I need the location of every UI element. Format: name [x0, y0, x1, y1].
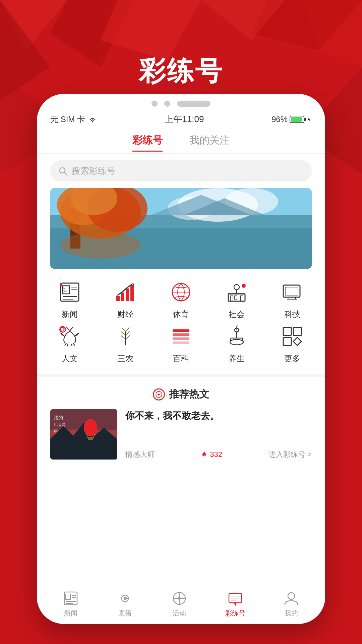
more-label: 更多 [284, 353, 300, 364]
baike-label: 百科 [173, 353, 189, 364]
tech-icon [279, 279, 306, 306]
wifi-icon [88, 116, 97, 123]
svg-rect-36 [116, 296, 120, 301]
category-society[interactable]: 社会 [210, 279, 263, 320]
baike-icon [168, 323, 194, 350]
article-meta: 情感大师 332 进入彩练号 > [125, 449, 312, 460]
tech-label: 科技 [284, 309, 300, 320]
svg-text:EWS: EWS [62, 290, 67, 292]
svg-rect-91 [66, 594, 70, 599]
recommend-icon [153, 388, 165, 400]
svg-rect-29 [60, 284, 62, 286]
status-right: 96% [272, 115, 312, 124]
svg-rect-82 [50, 439, 117, 460]
category-baike[interactable]: 百科 [155, 323, 207, 364]
battery-icon [290, 116, 304, 123]
finance-icon [112, 279, 139, 306]
nav-news-label: 新闻 [64, 609, 77, 618]
svg-rect-45 [234, 296, 237, 299]
category-more[interactable]: 更多 [266, 323, 318, 364]
search-bar[interactable]: 搜索彩练号 [50, 160, 312, 181]
category-sports[interactable]: 体育 [155, 279, 207, 320]
svg-point-10 [92, 121, 93, 122]
nav-mine-label: 我的 [285, 609, 298, 618]
nav-live[interactable]: 直播 [117, 590, 133, 618]
culture-icon: 彩 [56, 323, 83, 350]
recommend-header: 推荐热文 [50, 387, 312, 401]
svg-rect-70 [293, 327, 301, 335]
svg-line-57 [71, 344, 72, 346]
recommend-section: 推荐热文 [37, 377, 325, 470]
svg-line-56 [67, 344, 68, 346]
culture-label: 人文 [62, 353, 78, 364]
nav-activity[interactable]: 活动 [171, 590, 188, 618]
svg-line-12 [64, 172, 67, 175]
svg-rect-62 [173, 329, 189, 332]
mine-nav-icon [283, 590, 300, 607]
svg-point-26 [60, 232, 141, 259]
svg-rect-63 [173, 333, 189, 336]
sannong-label: 三农 [117, 353, 133, 364]
svg-point-48 [242, 284, 246, 288]
status-left: 无 SIM 卡 [50, 114, 97, 125]
news-icon: N EWS [56, 279, 83, 306]
phone-pill [177, 101, 210, 107]
article-link[interactable]: 进入彩练号 > [268, 449, 312, 460]
article-info: 你不来，我不敢老去。 情感大师 332 进入彩练号 > [125, 409, 312, 460]
activity-nav-icon [171, 590, 188, 607]
status-bar: 无 SIM 卡 上午11:09 96% [37, 112, 325, 128]
svg-text:N: N [63, 287, 65, 290]
article-title: 你不来，我不敢老去。 [125, 409, 312, 422]
categories-grid: N EWS 新闻 [37, 272, 325, 371]
society-icon [223, 279, 250, 306]
category-sannong[interactable]: 三农 [99, 323, 152, 364]
battery-percent: 96% [272, 115, 288, 124]
svg-point-107 [288, 593, 295, 599]
tab-cailian[interactable]: 彩练号 [132, 133, 163, 152]
article-item[interactable]: 路的 尽头是 你 你不来，我不敢老去。 情感大师 332 进 [50, 409, 312, 460]
tab-myguan[interactable]: 我的关注 [189, 133, 230, 152]
nav-cailian-label: 彩练号 [225, 609, 245, 618]
category-health[interactable]: 养生 [210, 323, 263, 364]
category-culture[interactable]: 彩 人文 [44, 323, 96, 364]
svg-rect-46 [240, 296, 243, 301]
category-tech[interactable]: 科技 [266, 279, 318, 320]
svg-point-101 [178, 597, 181, 600]
health-icon [223, 323, 250, 350]
nav-news[interactable]: 新闻 [62, 590, 79, 618]
svg-rect-52 [285, 287, 298, 295]
phone-dot-2 [164, 101, 170, 107]
status-time: 上午11:09 [165, 113, 204, 125]
finance-label: 财经 [117, 309, 133, 320]
news-nav-icon [62, 590, 79, 607]
category-news[interactable]: N EWS 新闻 [44, 279, 96, 320]
search-icon [58, 166, 68, 176]
svg-text:彩: 彩 [61, 327, 65, 332]
phone-mockup: 无 SIM 卡 上午11:09 96% 彩练号 我的关注 [37, 94, 325, 624]
category-finance[interactable]: 财经 [99, 279, 152, 320]
live-nav-icon [117, 590, 133, 607]
no-sim-text: 无 SIM 卡 [50, 114, 85, 125]
charging-icon [306, 116, 312, 123]
svg-rect-64 [173, 337, 189, 340]
svg-marker-72 [293, 337, 301, 345]
nav-cailian[interactable]: 彩练号 [225, 590, 245, 618]
svg-rect-44 [230, 296, 233, 301]
cailian-nav-icon [227, 590, 244, 607]
svg-text:路的: 路的 [54, 415, 63, 420]
search-placeholder: 搜索彩练号 [72, 165, 115, 177]
nav-live-label: 直播 [118, 609, 132, 618]
news-label: 新闻 [62, 309, 78, 320]
svg-rect-71 [283, 337, 291, 345]
svg-rect-86 [88, 437, 93, 440]
banner-image[interactable] [50, 188, 312, 269]
sports-icon [168, 279, 194, 306]
nav-activity-label: 活动 [173, 609, 186, 618]
bottom-nav: 新闻 直播 活动 [37, 584, 325, 624]
svg-point-49 [234, 284, 239, 290]
phone-dot-1 [152, 101, 158, 107]
nav-mine[interactable]: 我的 [283, 590, 300, 618]
article-source: 情感大师 [125, 449, 155, 460]
svg-rect-38 [126, 288, 129, 301]
battery-fill [291, 117, 302, 122]
